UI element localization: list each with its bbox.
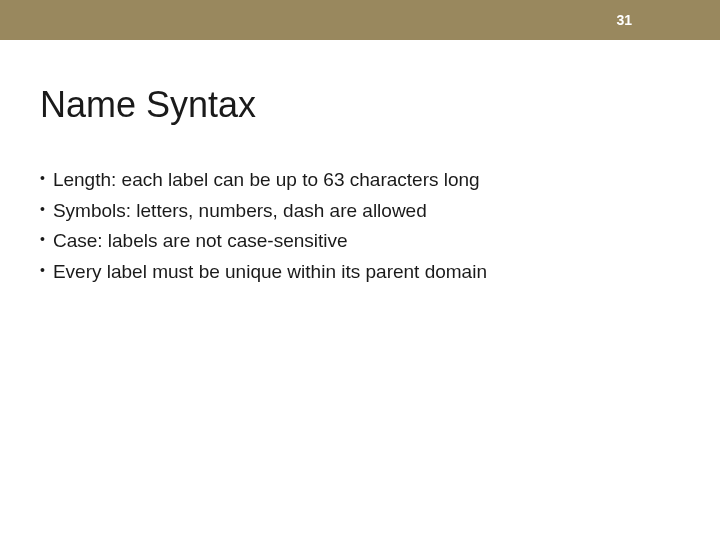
bullet-text: Symbols: letters, numbers, dash are allo… [53, 197, 680, 226]
header-bar: 31 [0, 0, 720, 40]
list-item: • Length: each label can be up to 63 cha… [40, 166, 680, 195]
bullet-text: Every label must be unique within its pa… [53, 258, 680, 287]
slide-title: Name Syntax [40, 84, 680, 126]
bullet-icon: • [40, 166, 45, 190]
page-number: 31 [616, 12, 632, 28]
slide-content: Name Syntax • Length: each label can be … [0, 40, 720, 286]
bullet-text: Length: each label can be up to 63 chara… [53, 166, 680, 195]
bullet-icon: • [40, 227, 45, 251]
list-item: • Case: labels are not case-sensitive [40, 227, 680, 256]
bullet-text: Case: labels are not case-sensitive [53, 227, 680, 256]
list-item: • Every label must be unique within its … [40, 258, 680, 287]
bullet-icon: • [40, 258, 45, 282]
bullet-icon: • [40, 197, 45, 221]
bullet-list: • Length: each label can be up to 63 cha… [40, 166, 680, 286]
list-item: • Symbols: letters, numbers, dash are al… [40, 197, 680, 226]
